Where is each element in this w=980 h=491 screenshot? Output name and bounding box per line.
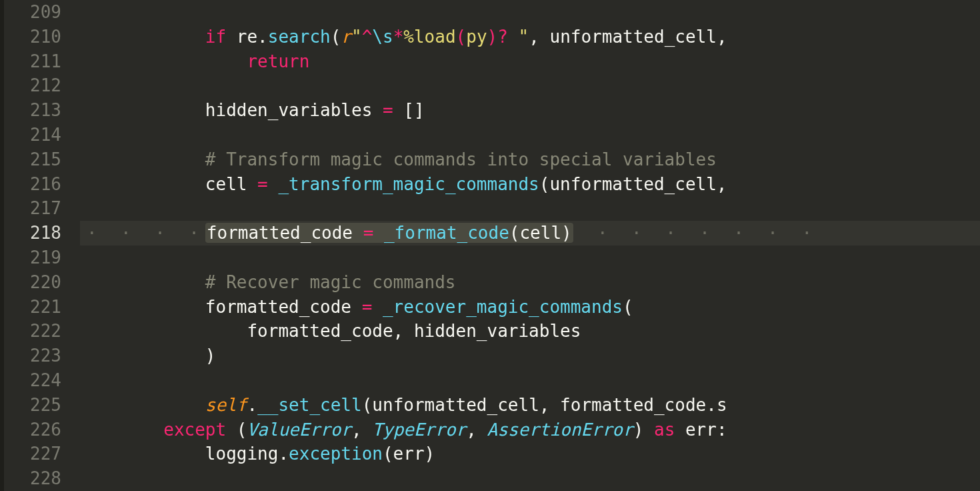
- token-ident: [372, 297, 383, 317]
- line-number-gutter[interactable]: 2092102112122132142152162172182192202212…: [0, 0, 80, 491]
- token-kw: as: [654, 420, 675, 440]
- token-ident: [80, 395, 205, 415]
- line-number[interactable]: 209: [0, 0, 61, 25]
- token-kw: if: [205, 27, 226, 47]
- token-ident: [80, 149, 205, 169]
- token-kw: =: [363, 223, 374, 243]
- code-line[interactable]: [80, 466, 980, 491]
- token-ident: [80, 272, 205, 292]
- token-ident: [80, 223, 205, 243]
- token-str: ": [351, 27, 362, 47]
- token-cls: ValueError: [247, 420, 351, 440]
- token-ident: formatted_code: [207, 223, 353, 243]
- code-line[interactable]: logging.exception(err): [80, 442, 980, 466]
- code-line[interactable]: # Transform magic commands into special …: [80, 147, 980, 172]
- token-cls: AssertionError: [487, 420, 633, 440]
- token-fnarg: r: [341, 27, 351, 47]
- line-number[interactable]: 222: [0, 319, 61, 344]
- token-kw: =: [257, 174, 268, 194]
- token-op: )?: [487, 27, 508, 47]
- token-ident: ,: [466, 420, 487, 440]
- token-ident: (unformatted_cell, formatted_code.s: [362, 395, 727, 415]
- code-line[interactable]: [80, 123, 980, 147]
- line-number[interactable]: 225: [0, 393, 61, 418]
- token-call: \s: [372, 27, 393, 47]
- token-ident: hidden_variables: [80, 100, 383, 120]
- token-ident: , unformatted_cell,: [529, 27, 727, 47]
- code-editor[interactable]: 2092102112122132142152162172182192202212…: [0, 0, 980, 491]
- token-str: ": [508, 27, 529, 47]
- line-number[interactable]: 219: [0, 246, 61, 270]
- code-line[interactable]: formatted_code = _recover_magic_commands…: [80, 295, 980, 320]
- token-call: _format_code: [384, 223, 509, 243]
- code-line[interactable]: [80, 196, 980, 221]
- code-line[interactable]: return: [80, 49, 980, 74]
- token-cmt: # Transform magic commands into special …: [205, 149, 717, 169]
- token-ident: [373, 223, 384, 243]
- token-ident: [80, 51, 247, 71]
- code-line[interactable]: ): [80, 344, 980, 368]
- token-ident: [268, 174, 279, 194]
- line-number[interactable]: 210: [0, 25, 61, 49]
- line-number[interactable]: 214: [0, 123, 61, 147]
- left-strip: [0, 0, 4, 491]
- code-line[interactable]: if re.search(r"^\s*%load(py)? ", unforma…: [80, 25, 980, 49]
- token-str: %load: [403, 27, 455, 47]
- token-ident: cell: [80, 174, 257, 194]
- active-segment: formatted_code = _format_code(cell): [205, 223, 573, 243]
- token-ident: re.: [226, 27, 268, 47]
- token-ident: formatted_code, hidden_variables: [80, 321, 581, 341]
- token-op: *: [393, 27, 404, 47]
- code-line[interactable]: formatted_code, hidden_variables: [80, 319, 980, 344]
- token-ident: ): [80, 346, 216, 366]
- token-kw: =: [383, 100, 393, 120]
- code-line[interactable]: cell = _transform_magic_commands(unforma…: [80, 172, 980, 197]
- token-call: _transform_magic_commands: [278, 174, 539, 194]
- token-call: search: [268, 27, 331, 47]
- token-kw: except: [163, 420, 226, 440]
- token-ident: [80, 420, 163, 440]
- line-number[interactable]: 216: [0, 172, 61, 197]
- code-line[interactable]: [80, 368, 980, 393]
- token-call: __set_cell: [257, 395, 362, 415]
- code-line[interactable]: [80, 73, 980, 98]
- token-ident: err:: [675, 420, 727, 440]
- token-ident: (cell): [509, 223, 572, 243]
- token-ident: []: [393, 100, 425, 120]
- token-call: _recover_magic_commands: [383, 297, 623, 317]
- line-number[interactable]: 227: [0, 442, 61, 466]
- code-line[interactable]: except (ValueError, TypeError, Assertion…: [80, 418, 980, 442]
- token-call: exception: [289, 444, 383, 464]
- token-ident: logging.: [80, 444, 289, 464]
- line-number[interactable]: 228: [0, 466, 61, 491]
- token-ident: (: [331, 27, 341, 47]
- token-fnarg: self: [205, 395, 247, 415]
- code-line[interactable]: self.__set_cell(unformatted_cell, format…: [80, 393, 980, 418]
- line-number[interactable]: 212: [0, 73, 61, 98]
- line-number[interactable]: 215: [0, 147, 61, 172]
- token-ident: (: [623, 297, 633, 317]
- token-str: py: [466, 27, 487, 47]
- line-number[interactable]: 217: [0, 196, 61, 221]
- token-ident: ): [633, 420, 654, 440]
- code-line[interactable]: formatted_code = _format_code(cell): [80, 221, 980, 246]
- line-number[interactable]: 218: [0, 221, 61, 246]
- line-number[interactable]: 224: [0, 368, 61, 393]
- line-number[interactable]: 211: [0, 49, 61, 74]
- code-line[interactable]: [80, 246, 980, 270]
- token-ident: (: [226, 420, 247, 440]
- token-ident: (err): [383, 444, 435, 464]
- code-area[interactable]: if re.search(r"^\s*%load(py)? ", unforma…: [80, 0, 980, 491]
- token-kw: =: [362, 297, 373, 317]
- token-op: ^: [362, 27, 373, 47]
- line-number[interactable]: 226: [0, 418, 61, 442]
- line-number[interactable]: 213: [0, 98, 61, 123]
- line-number[interactable]: 223: [0, 344, 61, 368]
- line-number[interactable]: 220: [0, 270, 61, 295]
- code-line[interactable]: hidden_variables = []: [80, 98, 980, 123]
- line-number[interactable]: 221: [0, 295, 61, 320]
- code-line[interactable]: # Recover magic commands: [80, 270, 980, 295]
- token-cmt: # Recover magic commands: [205, 272, 456, 292]
- token-ident: .: [247, 395, 257, 415]
- code-line[interactable]: [80, 0, 980, 25]
